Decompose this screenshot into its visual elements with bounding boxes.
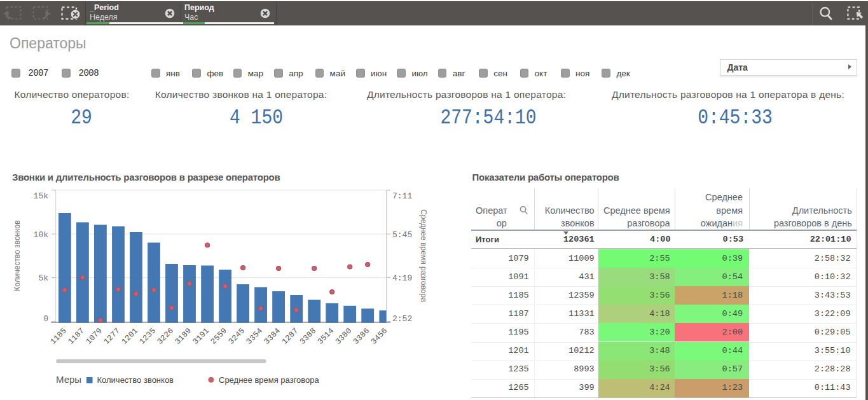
- svg-text:3245: 3245: [227, 326, 247, 346]
- svg-text:3514: 3514: [316, 326, 336, 346]
- svg-text:2559: 2559: [209, 326, 229, 346]
- svg-text:Среднее время разговора: Среднее время разговора: [219, 375, 320, 385]
- svg-text:1079: 1079: [85, 326, 104, 346]
- svg-text:Меры: Меры: [56, 374, 81, 385]
- svg-text:2:52: 2:52: [392, 314, 412, 324]
- svg-text:1235: 1235: [138, 326, 158, 346]
- svg-text:15k: 15k: [34, 191, 49, 201]
- svg-text:Количество звонков: Количество звонков: [13, 220, 22, 291]
- svg-text:5k: 5k: [38, 273, 48, 283]
- svg-text:1287: 1287: [280, 326, 300, 346]
- svg-text:Среднее время разговора: Среднее время разговора: [419, 209, 428, 302]
- svg-text:3384: 3384: [263, 326, 282, 346]
- svg-text:1185: 1185: [49, 326, 69, 346]
- svg-text:1187: 1187: [67, 326, 86, 346]
- svg-text:3380: 3380: [334, 326, 354, 346]
- svg-text:3388: 3388: [298, 326, 318, 346]
- svg-text:3456: 3456: [369, 326, 389, 346]
- svg-text:Количество звонков: Количество звонков: [97, 375, 174, 385]
- svg-text:7:11: 7:11: [392, 191, 412, 201]
- svg-text:3386: 3386: [352, 326, 371, 346]
- svg-text:1201: 1201: [120, 326, 140, 346]
- svg-text:3189: 3189: [174, 326, 193, 346]
- svg-text:3191: 3191: [191, 326, 211, 346]
- svg-text:0: 0: [43, 314, 48, 324]
- svg-text:10k: 10k: [34, 230, 49, 240]
- svg-text:4:19: 4:19: [392, 273, 412, 283]
- svg-text:3354: 3354: [245, 326, 265, 346]
- svg-text:3226: 3226: [156, 326, 176, 346]
- svg-text:1277: 1277: [102, 326, 122, 346]
- svg-text:5:45: 5:45: [392, 230, 412, 240]
